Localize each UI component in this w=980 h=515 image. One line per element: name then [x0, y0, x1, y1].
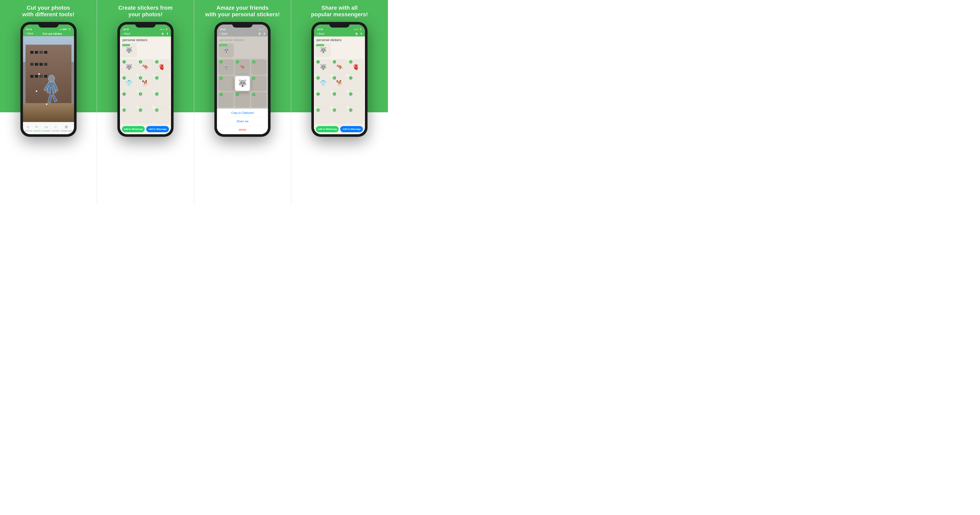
battery-2: 🔋: [165, 28, 168, 31]
sticker-cell-4-11[interactable]: 11: [332, 108, 347, 123]
s3-c9[interactable]: 9: [251, 92, 266, 107]
nav-bar-3: < Back 🗑 ⬆: [217, 31, 268, 37]
s3-c7[interactable]: 7: [218, 92, 234, 107]
sticker-cell-2-2[interactable]: 2 🦘: [138, 59, 153, 75]
trash-icon-4[interactable]: 🗑: [355, 32, 358, 35]
sticker-cell-2-12[interactable]: 12: [154, 108, 169, 123]
tray-cell-2[interactable]: Tray icon 🐺: [121, 43, 137, 57]
nav-back-2[interactable]: < Back: [123, 32, 130, 35]
share-icon-4[interactable]: ⬆: [360, 32, 363, 35]
btn-imessage-4[interactable]: Add to iMessage: [340, 126, 363, 132]
nav-bar-1: < Back Cut out sticker: [23, 31, 74, 36]
sticker-screen-4: personal stickers Tray icon 🐺 1 🐺: [314, 37, 365, 134]
btn-imessage-2[interactable]: Add to iMessage: [146, 126, 169, 132]
sticker-cell-4-8[interactable]: 8: [332, 92, 347, 107]
sticker-cell-4-2[interactable]: 2 🦘: [332, 59, 347, 75]
sticker-num-4-2: 2: [333, 60, 336, 64]
s3-c2[interactable]: 2 🦘: [235, 59, 250, 75]
phone-2-inner: 15:32 ▪▪▪ ≈ 🔋 < Back 🗑 ⬆: [120, 24, 171, 134]
sticker-img-2-5: 🐕: [142, 80, 149, 86]
phone-4-notch: [329, 22, 350, 27]
s3-n4: 4: [220, 76, 223, 80]
tray-cell-4[interactable]: Tray icon 🐺: [315, 43, 331, 57]
sticker-cell-2-5[interactable]: 5 🐕: [138, 76, 153, 91]
sticker-cell-4-4[interactable]: 4 👕: [315, 76, 331, 91]
s3-c1[interactable]: 1 🐺: [218, 59, 234, 75]
tool-cut-square[interactable]: ▭ Cut square: [42, 124, 51, 132]
sticker-cell-2-11[interactable]: 11: [138, 108, 153, 123]
sticker-grid-4: 1 🐺 2 🦘 3 🫀 4 👕: [314, 59, 365, 124]
btn-whatsapp-2[interactable]: Add to WhatsApp: [122, 126, 145, 132]
sticker-cell-4-10[interactable]: 10: [315, 108, 331, 123]
nav-back-1[interactable]: < Back: [25, 32, 33, 35]
tray-sticker-2: 🐺: [126, 47, 132, 54]
status-time-3: 15:21: [220, 28, 226, 31]
nav-icons-2: 🗑 ⬆: [161, 32, 169, 35]
panel-2-title: Create stickers fromyour photos!: [110, 0, 180, 21]
sticker-num-2-7: 7: [123, 92, 126, 96]
s3-n1: 1: [220, 60, 223, 64]
sticker-cell-2-7[interactable]: 7: [121, 92, 137, 107]
sticker-cell-4-7[interactable]: 7: [315, 92, 331, 107]
nav-back-4[interactable]: < Back: [317, 32, 325, 35]
tool-freehand[interactable]: ✂ Freehand: [33, 124, 41, 132]
sticker-cell-4-12[interactable]: 12: [348, 108, 363, 123]
trash-icon-2[interactable]: 🗑: [161, 32, 164, 35]
sticker-num-4-10: 10: [317, 108, 320, 112]
action-share-via[interactable]: Share via: [217, 117, 268, 126]
share-icon-2[interactable]: ⬆: [166, 32, 169, 35]
signal-icon-1: ▪▪▪: [59, 28, 62, 31]
nav-icons-4: 🗑 ⬆: [355, 32, 363, 35]
sticker-num-4-3: 3: [349, 60, 352, 64]
sticker-cell-4-1[interactable]: 1 🐺: [315, 59, 331, 75]
tool-cut-circle[interactable]: ○ Cut circle: [52, 124, 59, 132]
phone-3-inner: 15:21 ▪▪▪ 🔋 < Back 🗑 ⬆ personal: [217, 24, 268, 134]
tool-freehand-label: Freehand: [33, 130, 41, 132]
sticker-cell-2-8[interactable]: 8: [138, 92, 153, 107]
sticker-cell-4-5[interactable]: 5 🐕: [332, 76, 347, 91]
action-cancel[interactable]: Cancel: [217, 134, 268, 134]
sticker-num-4-5: 5: [333, 76, 336, 79]
sticker-cell-2-1[interactable]: 1 🐺: [121, 59, 137, 75]
tool-cut-square-label: Cut square: [42, 130, 51, 132]
sticker-cell-2-9[interactable]: 9: [154, 92, 169, 107]
nav-back-3[interactable]: < Back: [220, 32, 228, 35]
sticker-cell-4-6[interactable]: 6: [348, 76, 363, 91]
signal-3: ▪▪▪: [259, 28, 262, 31]
phone-3-notch: [232, 22, 253, 27]
cut-square-icon: ▭: [44, 124, 49, 129]
s3-c5-highlighted[interactable]: 🐺: [235, 76, 250, 91]
sticker-img-4-3: 🫀: [352, 64, 360, 70]
s3-c8[interactable]: 8: [235, 92, 250, 107]
sticker-cell-2-3[interactable]: 3 🫀: [154, 59, 169, 75]
trash-icon-3[interactable]: 🗑: [258, 32, 261, 35]
sticker-cell-4-9[interactable]: 9: [348, 92, 363, 107]
sticker-img-4-2: 🦘: [336, 64, 343, 70]
sticker-num-4-6: 6: [349, 76, 352, 79]
tool-change-image[interactable]: ⊞ Change image: [61, 124, 73, 132]
sticker-cell-2-10[interactable]: 10: [121, 108, 137, 123]
sticker-num-2-4: 4: [123, 76, 126, 79]
sticker-img-2-3: 🫀: [158, 64, 165, 70]
sticker-cell-2-4[interactable]: 4 👕: [121, 76, 137, 91]
s3-c4[interactable]: 4: [218, 76, 234, 91]
tray-row-2: Tray icon 🐺: [120, 43, 171, 59]
sticker-img-4-1: 🐺: [320, 64, 327, 70]
nav-bar-4: < Back 🗑 ⬆: [314, 31, 365, 37]
action-delete[interactable]: delete: [217, 126, 268, 134]
photo-screen-1: [23, 36, 74, 122]
tool-select-all[interactable]: ⊹ Select all: [24, 124, 32, 132]
phone-1: 15:14 ▪▪▪ WiFi 🔋 < Back Cut out sticker: [21, 22, 76, 137]
share-icon-3[interactable]: ⬆: [263, 32, 266, 35]
btn-whatsapp-4[interactable]: Add to WhatsApp: [316, 126, 339, 132]
s3-c3[interactable]: 3: [251, 59, 266, 75]
sticker-grid-3: 1 🐺 2 🦘 3 4: [217, 59, 268, 108]
bottom-toolbar-1: ⊹ Select all ✂ Freehand ▭ Cut square ○ C…: [23, 122, 74, 134]
tool-change-image-label: Change image: [61, 130, 73, 132]
action-copy-clipboard[interactable]: Copy to Clipboard: [217, 109, 268, 117]
sticker-cell-2-6[interactable]: 6: [154, 76, 169, 91]
s3-c6[interactable]: 6: [251, 76, 266, 91]
sticker-cell-4-3[interactable]: 3 🫀: [348, 59, 363, 75]
sticker-grid-2: 1 🐺 2 🦘 3 🫀 4: [120, 59, 171, 124]
tool-select-all-label: Select all: [24, 130, 32, 132]
